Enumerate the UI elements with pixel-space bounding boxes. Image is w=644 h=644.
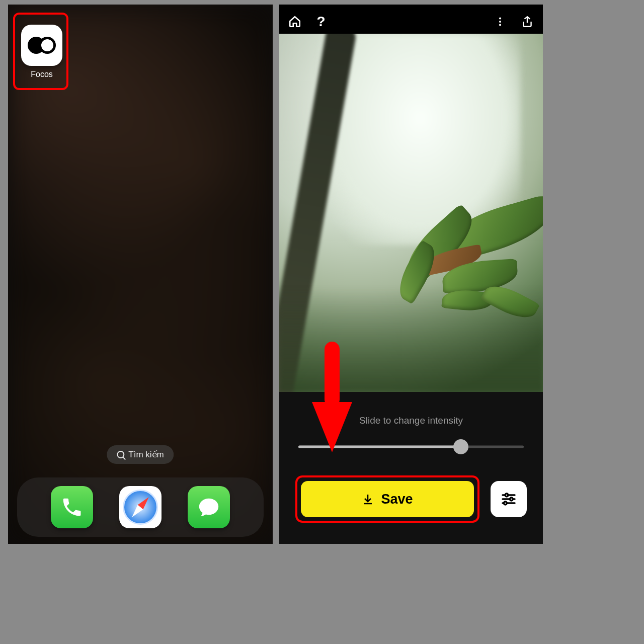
svg-point-10 [504,502,507,505]
photo-editor-screen: ? [279,5,543,544]
messages-app[interactable] [188,486,230,528]
intensity-slider[interactable] [298,440,524,453]
top-bar: ? [279,12,543,32]
help-icon[interactable]: ? [314,15,328,28]
spotlight-search[interactable]: Tìm kiếm [107,445,174,464]
svg-point-8 [510,498,513,501]
share-icon[interactable] [521,15,534,28]
save-label: Save [381,492,413,507]
adjust-button[interactable] [491,481,527,517]
dock [17,477,264,537]
sliders-icon [501,491,517,507]
svg-point-1 [499,21,501,23]
save-button[interactable]: Save [301,481,474,517]
messages-icon [197,496,220,519]
editor-controls: Slide to change intensity Save [279,392,543,544]
focos-icon [21,25,62,66]
focos-app[interactable]: Focos [21,25,62,79]
search-icon [117,451,124,458]
svg-point-6 [505,494,508,497]
svg-point-2 [499,24,501,26]
phone-icon [60,496,84,519]
focos-label: Focos [21,70,62,79]
safari-app[interactable] [119,486,162,528]
search-label: Tìm kiếm [128,449,164,460]
download-icon [362,493,374,505]
photo-preview [279,34,543,392]
red-highlight-save: Save [295,475,479,523]
slider-label: Slide to change intensity [295,415,527,426]
svg-point-0 [499,18,501,20]
home-icon[interactable] [288,15,301,28]
kebab-menu-icon[interactable] [494,15,507,28]
slider-thumb[interactable] [453,439,468,454]
safari-icon [123,490,158,525]
ios-home-screen: Focos Tìm kiếm [8,5,273,544]
phone-app[interactable] [51,486,93,528]
